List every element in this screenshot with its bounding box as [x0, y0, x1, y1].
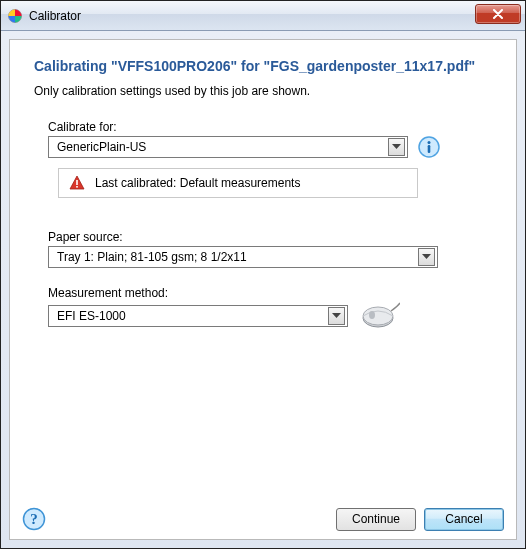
footer: ? Continue Cancel	[10, 499, 516, 539]
calibrate-for-label: Calibrate for:	[48, 120, 492, 134]
page-heading: Calibrating "VFFS100PRO206" for "FGS_gar…	[34, 58, 492, 74]
chevron-down-icon	[418, 248, 435, 266]
paper-source-label: Paper source:	[48, 230, 492, 244]
chevron-down-icon	[328, 307, 345, 325]
paper-source-group: Paper source: Tray 1: Plain; 81-105 gsm;…	[48, 230, 492, 268]
window-title: Calibrator	[29, 9, 81, 23]
svg-point-8	[369, 311, 375, 319]
measurement-method-group: Measurement method: EFI ES-1000	[48, 286, 492, 330]
svg-rect-4	[76, 180, 78, 185]
titlebar: Calibrator	[1, 1, 525, 31]
last-calibrated-alert: Last calibrated: Default measurements	[58, 168, 418, 198]
help-icon[interactable]: ?	[22, 507, 46, 531]
chevron-down-icon	[388, 138, 405, 156]
continue-button-label: Continue	[352, 512, 400, 526]
continue-button[interactable]: Continue	[336, 508, 416, 531]
app-icon	[7, 8, 23, 24]
window-body: Calibrating "VFFS100PRO206" for "FGS_gar…	[1, 31, 525, 548]
calibrate-for-select[interactable]: GenericPlain-US	[48, 136, 408, 158]
warning-icon	[69, 175, 85, 191]
content-panel: Calibrating "VFFS100PRO206" for "FGS_gar…	[9, 39, 517, 540]
mouse-device-icon	[358, 302, 400, 330]
svg-rect-5	[76, 186, 78, 188]
page-subtext: Only calibration settings used by this j…	[34, 84, 492, 98]
paper-source-select[interactable]: Tray 1: Plain; 81-105 gsm; 8 1/2x11	[48, 246, 438, 268]
svg-text:?: ?	[30, 511, 38, 527]
measurement-method-value: EFI ES-1000	[57, 309, 126, 323]
info-icon[interactable]	[418, 136, 440, 158]
last-calibrated-text: Last calibrated: Default measurements	[95, 176, 300, 190]
close-button[interactable]	[475, 4, 521, 24]
svg-point-2	[428, 141, 431, 144]
cancel-button-label: Cancel	[445, 512, 482, 526]
measurement-method-label: Measurement method:	[48, 286, 492, 300]
cancel-button[interactable]: Cancel	[424, 508, 504, 531]
calibrate-for-group: Calibrate for: GenericPlain-US	[48, 120, 492, 198]
svg-point-7	[363, 307, 393, 325]
calibrate-for-value: GenericPlain-US	[57, 140, 146, 154]
svg-rect-3	[428, 145, 431, 153]
paper-source-value: Tray 1: Plain; 81-105 gsm; 8 1/2x11	[57, 250, 247, 264]
measurement-method-select[interactable]: EFI ES-1000	[48, 305, 348, 327]
